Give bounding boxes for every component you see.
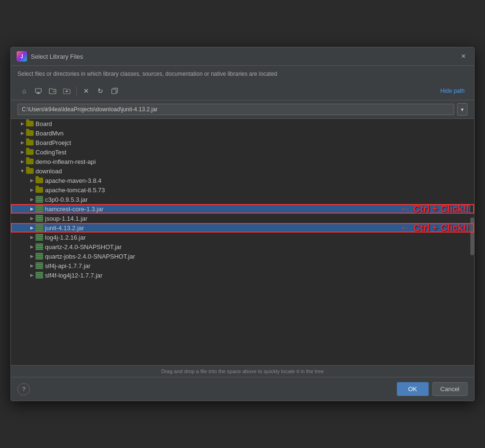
svg-rect-2	[36, 93, 40, 94]
title-bar: J Select Library Files ×	[11, 47, 474, 66]
dialog-title: Select Library Files	[31, 53, 83, 60]
select-library-dialog: J Select Library Files × Select files or…	[10, 47, 475, 401]
path-dropdown[interactable]: ▼	[457, 103, 467, 116]
expand-slf4j-api[interactable]: ▶	[28, 262, 36, 269]
tree-item-download[interactable]: ▼ download	[11, 166, 474, 176]
scrollbar-thumb[interactable]	[470, 217, 474, 255]
delete-button[interactable]: ✕	[80, 85, 93, 97]
expand-boardmvn[interactable]: ▶	[18, 129, 26, 137]
label-slf4j-log4j: slf4f-log4j12-1.7.7.jar	[45, 272, 474, 279]
path-input[interactable]	[18, 104, 454, 115]
expand-quartz[interactable]: ▶	[28, 243, 36, 251]
status-bar: Drag and drop a file into the space abov…	[11, 365, 474, 377]
jar-icon-jsoup	[36, 215, 43, 222]
expand-download[interactable]: ▼	[18, 167, 26, 175]
folder-icon-demo	[26, 159, 34, 164]
label-hamcrest: hamcrest-core-1.3.jar	[45, 206, 474, 213]
expand-boardproejct[interactable]: ▶	[18, 139, 26, 146]
dialog-buttons: OK Cancel	[397, 382, 467, 396]
jar-icon-slf4j-api	[36, 262, 43, 269]
label-log4j: log4j-1.2.16.jar	[45, 234, 474, 241]
label-codingtest: CodingTest	[36, 149, 474, 156]
label-jsoup: jsoup-1.14.1.jar	[45, 215, 474, 222]
folder-icon-board	[26, 121, 34, 126]
label-board: Board	[36, 120, 474, 127]
label-boardmvn: BoardMvn	[36, 130, 474, 137]
hide-path-button[interactable]: Hide path	[438, 86, 467, 96]
svg-rect-7	[112, 89, 116, 94]
file-tree-wrapper: ▶ Board ▶ BoardMvn ▶ BoardProejct ▶ Codi…	[11, 119, 474, 365]
expand-demo[interactable]: ▶	[18, 158, 26, 165]
svg-marker-5	[65, 90, 68, 92]
label-junit: junit-4.13.2.jar	[45, 224, 474, 232]
scrollbar-track	[470, 119, 474, 365]
desktop-button[interactable]	[32, 85, 45, 97]
copy-path-button[interactable]	[108, 85, 121, 97]
tree-item-apache-tomcat[interactable]: ▶ apache-tomcat-8.5.73	[11, 185, 474, 195]
tree-item-slf4j-api[interactable]: ▶ slf4j-api-1.7.7.jar	[11, 261, 474, 270]
ok-button[interactable]: OK	[397, 382, 429, 396]
tree-item-board[interactable]: ▶ Board	[11, 119, 474, 128]
jar-icon-log4j	[36, 234, 43, 241]
tree-item-quartz-jobs[interactable]: ▶ quartz-jobs-2.4.0-SNAPSHOT.jar	[11, 251, 474, 261]
label-quartz: quartz-2.4.0-SNAPSHOT.jar	[45, 243, 474, 251]
app-icon: J	[17, 51, 27, 62]
folder-up-button[interactable]	[60, 85, 73, 97]
label-download: download	[36, 168, 474, 175]
expand-apache-tomcat[interactable]: ▶	[28, 186, 36, 194]
toolbar: ⌂ ✕ ↻ Hide path	[11, 82, 474, 100]
jar-icon-junit	[36, 224, 43, 231]
folder-icon-codingtest	[26, 149, 34, 155]
tree-item-c3p0[interactable]: ▶ c3p0-0.9.5.3.jar	[11, 195, 474, 204]
expand-junit[interactable]: ▶	[28, 224, 36, 232]
tree-item-hamcrest[interactable]: ▶ hamcrest-core-1.3.jar ← Ctrl + Click!!	[11, 204, 474, 214]
close-button[interactable]: ×	[458, 51, 468, 62]
expand-jsoup[interactable]: ▶	[28, 215, 36, 222]
tree-item-jsoup[interactable]: ▶ jsoup-1.14.1.jar	[11, 214, 474, 223]
tree-item-boardproejct[interactable]: ▶ BoardProejct	[11, 138, 474, 147]
new-folder-button[interactable]	[46, 85, 59, 97]
folder-icon-download	[26, 168, 34, 174]
jar-icon-hamcrest	[36, 206, 43, 212]
label-c3p0: c3p0-0.9.5.3.jar	[45, 196, 474, 203]
expand-board[interactable]: ▶	[18, 120, 26, 127]
tree-item-apache-maven[interactable]: ▶ apache-maven-3.8.4	[11, 176, 474, 185]
tree-item-junit[interactable]: ▶ junit-4.13.2.jar ← Ctrl + Click!!	[11, 223, 474, 233]
tree-item-log4j[interactable]: ▶ log4j-1.2.16.jar	[11, 233, 474, 242]
folder-icon-apache-maven	[36, 178, 43, 183]
folder-icon-boardproejct	[26, 140, 34, 145]
expand-hamcrest[interactable]: ▶	[28, 205, 36, 213]
expand-slf4j-log4j[interactable]: ▶	[28, 271, 36, 279]
label-apache-maven: apache-maven-3.8.4	[45, 177, 474, 184]
cancel-button[interactable]: Cancel	[432, 382, 467, 396]
file-tree: ▶ Board ▶ BoardMvn ▶ BoardProejct ▶ Codi…	[11, 119, 474, 365]
tree-item-codingtest[interactable]: ▶ CodingTest	[11, 147, 474, 157]
tree-item-quartz[interactable]: ▶ quartz-2.4.0-SNAPSHOT.jar	[11, 242, 474, 251]
folder-icon-boardmvn	[26, 130, 34, 136]
expand-apache-maven[interactable]: ▶	[28, 177, 36, 184]
tree-item-slf4j-log4j[interactable]: ▶ slf4f-log4j12-1.7.7.jar	[11, 270, 474, 280]
expand-c3p0[interactable]: ▶	[28, 196, 36, 203]
jar-icon-slf4j-log4j	[36, 272, 43, 278]
refresh-button[interactable]: ↻	[94, 85, 107, 97]
svg-rect-1	[37, 92, 39, 93]
label-slf4j-api: slf4j-api-1.7.7.jar	[45, 262, 474, 269]
jar-icon-quartz	[36, 243, 43, 250]
label-quartz-jobs: quartz-jobs-2.4.0-SNAPSHOT.jar	[45, 253, 474, 260]
help-button[interactable]: ?	[18, 383, 30, 395]
expand-quartz-jobs[interactable]: ▶	[28, 252, 36, 260]
label-demo: demo-inflearn-rest-api	[36, 158, 474, 165]
jar-icon-quartz-jobs	[36, 253, 43, 260]
label-apache-tomcat: apache-tomcat-8.5.73	[45, 187, 474, 194]
tree-item-boardmvn[interactable]: ▶ BoardMvn	[11, 128, 474, 138]
bottom-bar: ? OK Cancel	[11, 377, 474, 401]
svg-rect-0	[36, 89, 41, 92]
jar-icon-c3p0	[36, 196, 43, 203]
expand-codingtest[interactable]: ▶	[18, 148, 26, 156]
home-button[interactable]: ⌂	[18, 85, 31, 97]
path-bar: ▼	[11, 100, 474, 119]
expand-log4j[interactable]: ▶	[28, 233, 36, 241]
tree-item-demo[interactable]: ▶ demo-inflearn-rest-api	[11, 157, 474, 166]
label-boardproejct: BoardProejct	[36, 139, 474, 146]
title-bar-left: J Select Library Files	[17, 51, 83, 62]
